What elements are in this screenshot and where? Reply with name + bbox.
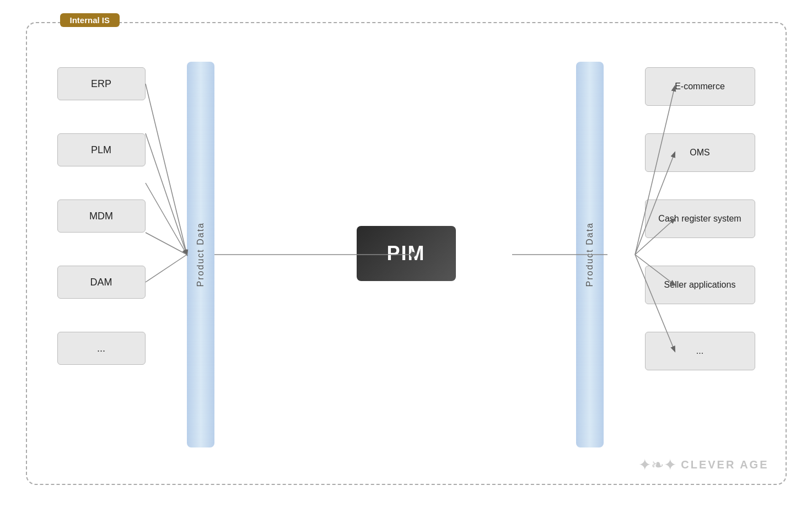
watermark: ✦❧✦ CLEVER AGE: [638, 456, 768, 474]
svg-line-2: [146, 183, 187, 255]
box-ecommerce: E-commerce: [645, 67, 755, 106]
svg-line-3: [146, 233, 187, 255]
svg-line-1: [146, 133, 187, 255]
watermark-label: CLEVER AGE: [681, 459, 768, 471]
pim-box: PIM: [357, 226, 456, 281]
svg-line-4: [146, 255, 187, 282]
box-mdm: MDM: [57, 199, 146, 233]
internal-is-badge: Internal IS: [60, 13, 120, 27]
product-data-left-column: Product Data: [187, 62, 214, 447]
box-seller-apps: Seller applications: [645, 266, 755, 304]
box-erp: ERP: [57, 67, 146, 100]
left-boxes: ERP PLM MDM DAM ...: [57, 67, 146, 365]
right-boxes: E-commerce OMS Cash register system Sell…: [645, 67, 755, 370]
box-cash-register: Cash register system: [645, 199, 755, 238]
box-etc-right: ...: [645, 332, 755, 370]
product-data-left-label: Product Data: [196, 222, 206, 287]
box-plm: PLM: [57, 133, 146, 166]
diagram-container: Internal IS ERP PLM MDM DAM ... Product …: [26, 22, 787, 485]
product-data-right-label: Product Data: [585, 222, 595, 287]
box-oms: OMS: [645, 133, 755, 172]
box-dam: DAM: [57, 266, 146, 299]
box-etc-left: ...: [57, 332, 146, 365]
svg-line-0: [146, 84, 187, 255]
clever-age-icon: ✦❧✦: [638, 456, 676, 474]
product-data-right-column: Product Data: [576, 62, 604, 447]
